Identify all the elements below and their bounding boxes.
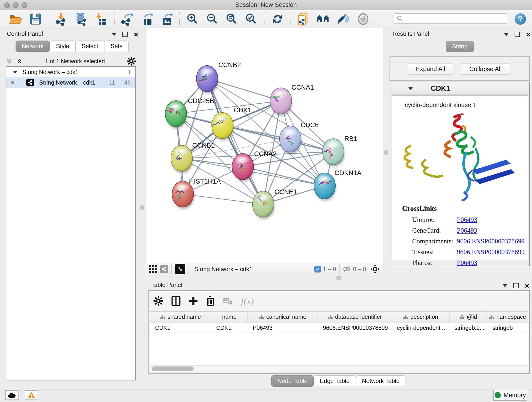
network-node-CDKN1A[interactable] <box>314 173 336 201</box>
memory-button[interactable]: Memory <box>493 390 527 401</box>
float-panel-icon[interactable] <box>515 32 520 37</box>
cell-canonical-name[interactable]: P06493 <box>248 322 318 333</box>
crosslink-compartments-link[interactable]: 9606.ENSP00000378699 <box>457 237 525 245</box>
network-node-CCNB1[interactable] <box>171 145 193 174</box>
column-header--id[interactable]: @id <box>450 312 487 322</box>
column-header-canonical-name[interactable]: canonical name <box>248 312 318 322</box>
cell-description[interactable]: cyclin-dependent ... <box>392 322 450 333</box>
network-node-RB1[interactable] <box>323 139 345 167</box>
tab-style[interactable]: Style <box>50 41 75 51</box>
fit-selected-crosshair-icon[interactable] <box>370 264 380 274</box>
collapse-all-chevron-icon[interactable] <box>6 58 13 65</box>
hide-unhide-button[interactable] <box>336 12 351 26</box>
help-button[interactable]: ? <box>515 13 526 25</box>
network-edge-CCNB2-CCNE1[interactable] <box>207 79 263 204</box>
column-header-namespace[interactable]: namespace <box>487 312 528 322</box>
string-view-icon[interactable] <box>160 265 168 273</box>
show-columns-icon[interactable] <box>171 296 181 306</box>
left-splitter-handle[interactable] <box>140 205 144 210</box>
cell-namespace[interactable]: stringdb <box>487 322 528 333</box>
collapse-panel-icon[interactable] <box>503 284 507 287</box>
cell-database-identifier[interactable]: 9606.ENSP00000378699 <box>318 322 392 333</box>
tab-sets[interactable]: Sets <box>104 41 128 51</box>
crosslink-genecard-link[interactable]: P06493 <box>457 227 477 234</box>
selected-checkbox-icon[interactable] <box>314 266 321 273</box>
warnings-button[interactable] <box>25 390 38 400</box>
zoom-selected-button[interactable] <box>243 12 259 26</box>
scrollbar-thumb[interactable] <box>152 366 194 371</box>
crosslink-uniprot-link[interactable]: P06493 <box>457 216 477 223</box>
float-panel-icon[interactable] <box>122 32 128 37</box>
delete-column-icon[interactable] <box>206 296 215 306</box>
birds-eye-view-button[interactable] <box>175 264 185 274</box>
network-node-CDK1[interactable] <box>212 113 234 141</box>
tab-network[interactable]: Network <box>16 41 50 52</box>
collapse-all-button[interactable]: Collapse All <box>461 63 510 75</box>
network-row-selected[interactable]: String Network – cdk1 11 48 <box>6 77 135 88</box>
tab-string[interactable]: String <box>446 41 474 52</box>
export-image-button[interactable] <box>159 12 175 26</box>
crosslink-tissues-link[interactable]: 9606.ENSP00000378699 <box>457 248 525 256</box>
network-node-CDC25B[interactable] <box>165 101 187 129</box>
network-options-gear-icon[interactable] <box>127 57 136 65</box>
column-header-name[interactable]: name <box>211 312 248 322</box>
horizontal-splitter-handle[interactable] <box>336 276 341 280</box>
cell--id[interactable]: stringdb:9... <box>450 322 487 333</box>
gene-header[interactable]: CDK1 <box>391 83 529 95</box>
tab-network-table[interactable]: Network Table <box>356 375 406 386</box>
open-session-button[interactable] <box>8 12 23 26</box>
collapse-panel-icon[interactable] <box>112 33 116 36</box>
tab-edge-table[interactable]: Edge Table <box>314 375 356 386</box>
crosslink-pharos-link[interactable]: P06493 <box>457 259 477 267</box>
cell-name[interactable]: CDK1 <box>211 322 248 333</box>
table-panel-window-icons: × <box>503 283 529 288</box>
tab-select[interactable]: Select <box>75 41 104 51</box>
import-network-button[interactable] <box>53 12 68 26</box>
import-network-from-database-button[interactable] <box>73 12 89 26</box>
network-node-CCNA2[interactable] <box>232 153 254 182</box>
add-column-icon[interactable] <box>189 296 198 306</box>
export-table-button[interactable] <box>140 12 155 26</box>
cloud-button[interactable] <box>5 390 19 400</box>
right-splitter-handle[interactable] <box>385 150 388 155</box>
float-panel-icon[interactable] <box>513 283 519 288</box>
import-table-button[interactable] <box>94 12 109 26</box>
collapse-panel-icon[interactable] <box>504 33 509 36</box>
zoom-out-button[interactable] <box>204 12 220 26</box>
home-button[interactable] <box>315 12 330 26</box>
clone-network-button[interactable] <box>296 12 311 26</box>
network-edge-CDK1-RB1[interactable] <box>222 126 333 152</box>
close-panel-icon[interactable]: × <box>134 32 138 37</box>
search-field[interactable] <box>394 13 507 24</box>
cell-shared-name[interactable]: CDK1 <box>150 322 211 333</box>
network-node-CCNE1[interactable] <box>253 191 275 220</box>
network-node-CDC6[interactable] <box>279 126 302 154</box>
save-session-button[interactable] <box>28 12 43 26</box>
tab-node-table[interactable]: Node Table <box>271 375 314 387</box>
expand-all-button[interactable]: Expand All <box>408 63 453 75</box>
show-button[interactable] <box>355 12 371 26</box>
close-panel-icon[interactable]: × <box>525 283 529 288</box>
zoom-fit-button[interactable] <box>224 12 239 26</box>
table-row[interactable]: CDK1CDK1P064939606.ENSP00000378699cyclin… <box>150 322 528 333</box>
zoom-in-button[interactable] <box>185 12 200 26</box>
close-panel-icon[interactable]: × <box>526 32 531 37</box>
export-network-button[interactable] <box>120 12 135 26</box>
tree-expand-icon[interactable] <box>13 70 17 74</box>
refresh-button[interactable] <box>270 12 285 26</box>
expand-all-chevron-icon[interactable] <box>16 58 23 65</box>
network-edge-HIST1H1A-CCNE1[interactable] <box>183 194 263 204</box>
search-input[interactable] <box>403 14 507 23</box>
network-node-CCNB2[interactable] <box>196 65 219 94</box>
network-node-HIST1H1A[interactable] <box>172 181 194 210</box>
network-collection-row[interactable]: String Network – cdk1 1 <box>6 67 135 77</box>
grid-view-icon[interactable] <box>149 265 157 273</box>
table-horizontal-scrollbar[interactable] <box>150 365 528 372</box>
collapse-entry-icon[interactable] <box>408 87 413 90</box>
network-node-CCNA1[interactable] <box>270 88 292 116</box>
column-header-database-identifier[interactable]: database identifier <box>318 312 392 322</box>
column-header-shared-name[interactable]: shared name <box>150 312 211 322</box>
table-options-gear-icon[interactable] <box>153 296 163 306</box>
column-header-description[interactable]: description <box>392 312 450 322</box>
network-canvas[interactable]: CCNB2CCNA1CDC25BCDK1CDC6RB1CCNB1CCNA2CDK… <box>145 28 383 263</box>
